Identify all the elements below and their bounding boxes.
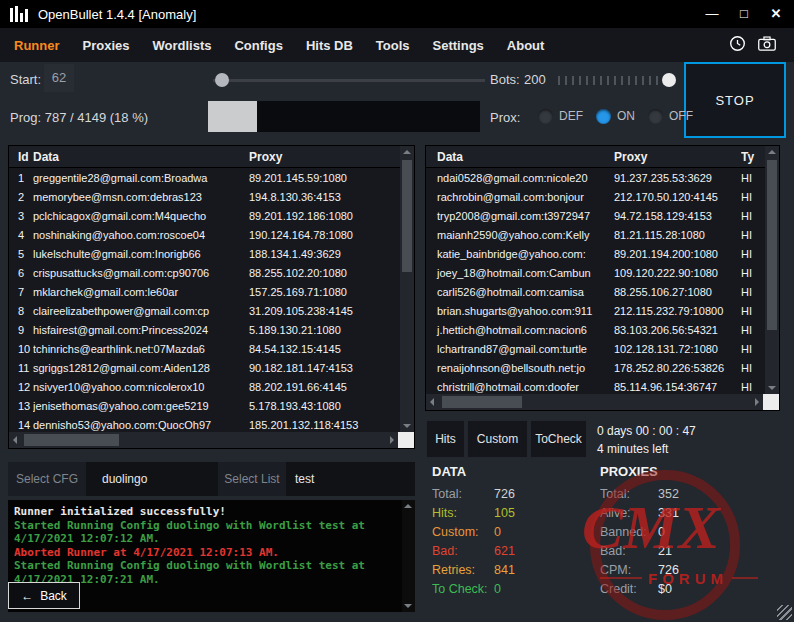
- slider-thumb[interactable]: [662, 73, 676, 87]
- table-row[interactable]: carli526@hotmail.com:camisa 88.255.106.2…: [426, 282, 779, 301]
- vertical-scrollbar[interactable]: [765, 146, 779, 394]
- table-row[interactable]: lchartrand87@gmail.com:turtle 102.128.13…: [426, 339, 779, 358]
- table-row[interactable]: 10 tchinrichs@earthlink.net:07Mazda6 84.…: [9, 339, 414, 358]
- right-table-body: ndai0528@gmail.com:nicole20 91.237.235.5…: [426, 168, 779, 396]
- stat-row: Banned: 0: [600, 522, 679, 541]
- data-stats-panel: DATA Total: 726 Hits: 105 Custom: 0 Bad:…: [432, 464, 515, 598]
- horizontal-scrollbar[interactable]: [426, 394, 763, 410]
- selected-wordlist: test: [286, 462, 415, 496]
- table-row[interactable]: 2 memorybee@msn.com:debras123 194.8.130.…: [9, 187, 414, 206]
- radio-icon: [596, 109, 611, 124]
- column-header-id[interactable]: Id: [9, 150, 33, 164]
- menu-item[interactable]: Proxies: [83, 38, 130, 53]
- scroll-left-icon[interactable]: [13, 436, 17, 444]
- time-remaining: 4 minutes left: [597, 442, 668, 456]
- table-row[interactable]: katie_bainbridge@yahoo.com: 89.201.194.2…: [426, 244, 779, 263]
- menu-item[interactable]: Runner: [14, 38, 60, 53]
- scroll-left-icon[interactable]: [430, 398, 434, 406]
- scroll-right-icon[interactable]: [390, 436, 394, 444]
- horizontal-scrollbar[interactable]: [9, 432, 398, 448]
- table-row[interactable]: 11 sgriggs12812@gmail.com:Aiden128 90.18…: [9, 358, 414, 377]
- column-header-data[interactable]: Data: [33, 150, 249, 164]
- prox-radio-option[interactable]: DEF: [538, 109, 583, 124]
- prox-label: Prox:: [490, 110, 520, 125]
- table-row[interactable]: 3 pclchicagox@gmail.com:M4quecho 89.201.…: [9, 206, 414, 225]
- table-row[interactable]: 9 hisfairest@gmail.com:Princess2024 5.18…: [9, 320, 414, 339]
- menu-item[interactable]: Wordlists: [152, 38, 211, 53]
- scroll-right-icon[interactable]: [755, 398, 759, 406]
- table-row[interactable]: 5 lukelschulte@gmail.com:Inorigb66 188.1…: [9, 244, 414, 263]
- progress-fill: [208, 101, 257, 132]
- table-row[interactable]: brian.shugarts@yahoo.com:911 212.115.232…: [426, 301, 779, 320]
- table-row[interactable]: 8 claireelizabethpower@gmail.com:cp 31.2…: [9, 301, 414, 320]
- stat-row: Credit: $0: [600, 579, 679, 598]
- stat-row: Alive: 331: [600, 503, 679, 522]
- bots-slider[interactable]: [558, 72, 676, 88]
- table-row[interactable]: 4 noshinaking@yahoo.com:roscoe04 190.124…: [9, 225, 414, 244]
- selected-config: duolingo: [86, 462, 218, 496]
- scroll-up-icon[interactable]: [768, 150, 776, 154]
- table-row[interactable]: joey_18@hotmail.com:Cambun 109.120.222.9…: [426, 263, 779, 282]
- radio-icon: [538, 109, 553, 124]
- column-header-proxy[interactable]: Proxy: [249, 150, 414, 164]
- hits-table: Data Proxy Ty ndai0528@gmail.com:nicole2…: [425, 145, 780, 411]
- table-row[interactable]: 7 mklarchek@gmail.com:le60ar 157.25.169.…: [9, 282, 414, 301]
- close-button[interactable]: ✕: [768, 0, 784, 28]
- resize-grip[interactable]: [777, 605, 792, 620]
- menu-item[interactable]: Configs: [234, 38, 282, 53]
- vertical-scrollbar[interactable]: [400, 146, 414, 432]
- scroll-up-icon[interactable]: [403, 150, 411, 154]
- runner-bots-table: Id Data Proxy 1 greggentile28@gmail.com:…: [8, 145, 415, 449]
- hits-filter-button[interactable]: Hits: [426, 420, 465, 458]
- table-row[interactable]: 13 jenisethomas@yahoo.com:gee5219 5.178.…: [9, 396, 414, 415]
- column-header-data[interactable]: Data: [426, 150, 614, 164]
- stop-button[interactable]: STOP: [684, 62, 786, 138]
- tocheck-filter-button[interactable]: ToCheck: [530, 420, 587, 458]
- scrollbar-thumb[interactable]: [767, 160, 777, 330]
- prox-radio-option[interactable]: OFF: [648, 109, 693, 124]
- slider-track: [213, 79, 485, 82]
- select-list-button[interactable]: Select List: [218, 462, 286, 496]
- stat-row: To Check: 0: [432, 579, 515, 598]
- menu-item[interactable]: Tools: [376, 38, 410, 53]
- scrollbar-thumb[interactable]: [24, 434, 119, 446]
- table-row[interactable]: 12 nsivyer10@yahoo.com:nicolerox10 88.20…: [9, 377, 414, 396]
- table-row[interactable]: j.hettich@hotmail.com:nacion6 83.103.206…: [426, 320, 779, 339]
- prox-radio-option[interactable]: ON: [596, 109, 635, 124]
- table-row[interactable]: rachrobin@gmail.com:bonjour 212.170.50.1…: [426, 187, 779, 206]
- slider-thumb[interactable]: [215, 73, 229, 87]
- table-row[interactable]: 6 crispusattucks@gmail.com:cp90706 88.25…: [9, 263, 414, 282]
- back-label: Back: [40, 589, 67, 603]
- back-button[interactable]: ← Back: [8, 582, 80, 609]
- screenshot-camera-icon[interactable]: [758, 36, 776, 55]
- table-row[interactable]: renaijohnson@bellsouth.net:jo 178.252.80…: [426, 358, 779, 377]
- table-row[interactable]: tryp2008@gmail.com:t3972947 94.72.158.12…: [426, 206, 779, 225]
- start-input[interactable]: 62: [44, 64, 74, 92]
- menu-item[interactable]: Hits DB: [306, 38, 353, 53]
- minimize-button[interactable]: —: [704, 0, 720, 28]
- select-cfg-button[interactable]: Select CFG: [8, 462, 86, 496]
- scroll-down-icon[interactable]: [768, 386, 776, 390]
- table-header: Id Data Proxy: [9, 146, 414, 168]
- table-row[interactable]: maianh2590@yahoo.com:Kelly 81.21.115.28:…: [426, 225, 779, 244]
- table-row[interactable]: 1 greggentile28@gmail.com:Broadwa 89.201…: [9, 168, 414, 187]
- scroll-down-icon[interactable]: [404, 604, 412, 608]
- menu-item[interactable]: Settings: [433, 38, 484, 53]
- scroll-down-icon[interactable]: [403, 424, 411, 428]
- scrollbar-thumb[interactable]: [402, 160, 412, 272]
- table-row[interactable]: ndai0528@gmail.com:nicole20 91.237.235.5…: [426, 168, 779, 187]
- progress-label: Prog: 787 / 4149 (18 %): [10, 110, 148, 125]
- stat-row: Total: 352: [600, 484, 679, 503]
- log-scrollbar[interactable]: [402, 500, 415, 612]
- scrollbar-thumb[interactable]: [442, 396, 522, 408]
- column-header-proxy[interactable]: Proxy: [614, 150, 741, 164]
- scroll-up-icon[interactable]: [404, 504, 412, 508]
- slider-track: [558, 76, 676, 85]
- history-clock-icon[interactable]: [729, 35, 746, 56]
- log-line: Aborted Runner at 4/17/2021 12:07:13 AM.: [14, 546, 399, 560]
- app-logo-icon: [10, 6, 28, 22]
- menu-item[interactable]: About: [507, 38, 545, 53]
- maximize-button[interactable]: □: [736, 0, 752, 28]
- start-slider[interactable]: [213, 72, 485, 88]
- custom-filter-button[interactable]: Custom: [467, 420, 528, 458]
